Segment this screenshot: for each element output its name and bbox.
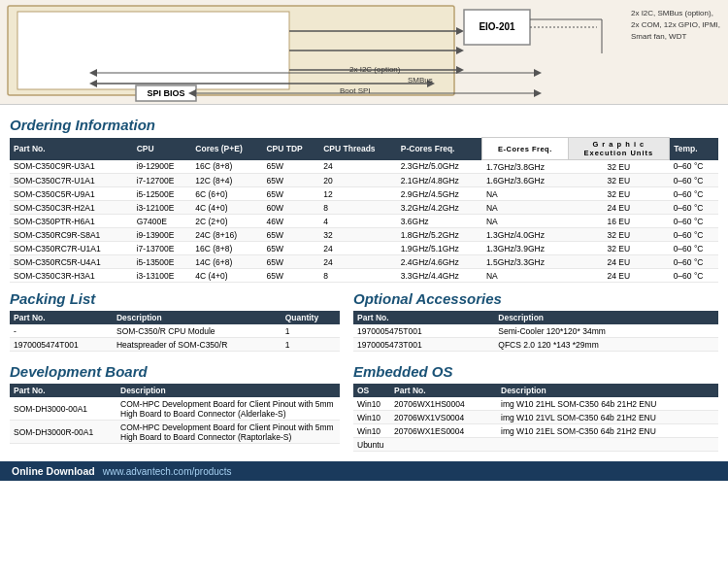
ordering-col-cores: Cores (P+E): [191, 138, 262, 160]
ordering-cell: 1.8GHz/5.2GHz: [397, 228, 482, 242]
os-cell: [390, 438, 497, 452]
ordering-cell: SOM-C350C9R-U3A1: [10, 160, 133, 174]
ordering-cell: SOM-C350C3R-H2A1: [10, 201, 133, 215]
ordering-cell: 65W: [262, 242, 319, 255]
ordering-cell: 65W: [262, 174, 319, 187]
optional-cell: QFCS 2.0 120 *143 *29mm: [494, 338, 718, 352]
embeddedos-heading: Embedded OS: [353, 363, 718, 380]
ordering-row: SOM-C350C7R-U1A1i7-12700E12C (8+4)65W202…: [10, 174, 718, 187]
ordering-cell: 24 EU: [568, 269, 670, 283]
footer-bar: Online Download www.advantech.com/produc…: [0, 461, 728, 481]
ordering-cell: 2.1GHz/4.8GHz: [397, 174, 482, 187]
packing-table: Part No. Description Quantity -SOM-C350/…: [10, 311, 340, 352]
optional-section: Optional Accessories Part No. Descriptio…: [353, 285, 718, 354]
ordering-cell: i7-12700E: [133, 174, 192, 187]
ordering-cell: i5-12500E: [133, 187, 192, 201]
os-col-desc: Description: [497, 384, 718, 397]
ordering-cell: 12C (8+4): [191, 174, 262, 187]
ordering-cell: 12: [319, 187, 397, 201]
ordering-cell: 1.3GHz/4.0GHz: [482, 228, 568, 242]
packing-col-qty: Quantity: [281, 311, 340, 324]
ordering-cell: SOM-C350C5R-U9A1: [10, 187, 133, 201]
ordering-cell: SOM-C350RC7R-U1A1: [10, 242, 133, 255]
optional-table: Part No. Description 1970005475T001Semi-…: [353, 311, 718, 352]
ordering-cell: 1.7GHz/3.8GHz: [482, 160, 568, 174]
ordering-col-threads: CPU Threads: [319, 138, 397, 160]
ordering-col-efreq: E-Cores Freq.: [482, 138, 568, 160]
packing-cell: -: [10, 324, 113, 338]
os-cell: [497, 438, 718, 452]
svg-marker-15: [534, 69, 542, 77]
ordering-row: SOM-C350RC7R-U1A1i7-13700E16C (8+8)65W24…: [10, 242, 718, 255]
ordering-cell: 3.6GHz: [397, 215, 482, 228]
ordering-cell: 60W: [262, 201, 319, 215]
os-row: Win1020706WX1VS0004img W10 21VL SOM-C350…: [353, 411, 718, 424]
ordering-cell: 65W: [262, 228, 319, 242]
svg-text:EIO-201: EIO-201: [479, 21, 515, 32]
ordering-cell: i3-12100E: [133, 201, 192, 215]
devboard-table: Part No. Description SOM-DH3000-00A1COM-…: [10, 384, 340, 444]
two-col-packing-optional: Packing List Part No. Description Quanti…: [10, 285, 718, 354]
packing-col-partno: Part No.: [10, 311, 113, 324]
ordering-cell: SOM-C350PTR-H6A1: [10, 215, 133, 228]
ordering-cell: 2.4GHz/4.6GHz: [397, 255, 482, 269]
ordering-cell: 6C (6+0): [191, 187, 262, 201]
optional-col-desc: Description: [494, 311, 718, 324]
os-cell: img W10 21EL SOM-C350 64b 21H2 ENU: [497, 424, 718, 438]
devboard-heading: Development Board: [10, 363, 340, 380]
ordering-cell: 0–60 °C: [670, 174, 718, 187]
packing-cell: 1: [281, 338, 340, 352]
ordering-cell: 24: [319, 160, 397, 174]
optional-row: 1970005473T001QFCS 2.0 120 *143 *29mm: [353, 338, 718, 352]
ordering-row: SOM-C350C9R-U3A1i9-12900E16C (8+8)65W242…: [10, 160, 718, 174]
os-row: Win1020706WX1HS0004img W10 21HL SOM-C350…: [353, 397, 718, 411]
ordering-cell: 0–60 °C: [670, 255, 718, 269]
ordering-cell: 14C (6+8): [191, 255, 262, 269]
footer-label: Online Download: [12, 465, 95, 477]
eio-right-labels: 2x I2C, SMBus (option), 2x COM, 12x GPIO…: [631, 8, 720, 43]
ordering-cell: 2.9GHz/4.5GHz: [397, 187, 482, 201]
ordering-cell: 8: [319, 201, 397, 215]
packing-cell: Heatspreader of SOM-C350/R: [113, 338, 281, 352]
os-cell: 20706WX1HS0004: [390, 397, 497, 411]
ordering-cell: 1.3GHz/3.9GHz: [482, 242, 568, 255]
ordering-cell: 16C (8+8): [191, 160, 262, 174]
embeddedos-section: Embedded OS OS Part No. Description Win1…: [353, 357, 718, 454]
ordering-cell: G7400E: [133, 215, 192, 228]
os-row: Win1020706WX1ES0004img W10 21EL SOM-C350…: [353, 424, 718, 438]
os-col-partno: Part No.: [390, 384, 497, 397]
ordering-cell: 3.2GHz/4.2GHz: [397, 201, 482, 215]
optional-cell: Semi-Cooler 120*120* 34mm: [494, 324, 718, 338]
svg-rect-1: [17, 12, 289, 89]
ordering-cell: 8: [319, 269, 397, 283]
ordering-cell: 32 EU: [568, 187, 670, 201]
ordering-cell: 24 EU: [568, 201, 670, 215]
ordering-cell: SOM-C350C7R-U1A1: [10, 174, 133, 187]
ordering-cell: 20: [319, 174, 397, 187]
os-cell: 20706WX1ES0004: [390, 424, 497, 438]
ordering-table: Part No. CPU Cores (P+E) CPU TDP CPU Thr…: [10, 137, 718, 283]
ordering-cell: NA: [482, 187, 568, 201]
ordering-row: SOM-C350RC5R-U4A1i5-13500E14C (6+8)65W24…: [10, 255, 718, 269]
ordering-cell: 24: [319, 255, 397, 269]
ordering-cell: 16 EU: [568, 215, 670, 228]
ordering-col-partno: Part No.: [10, 138, 133, 160]
ordering-row: SOM-C350PTR-H6A1G7400E2C (2+0)46W43.6GHz…: [10, 215, 718, 228]
packing-cell: SOM-C350/R CPU Module: [113, 324, 281, 338]
ordering-cell: 32 EU: [568, 160, 670, 174]
ordering-row: SOM-C350RC9R-S8A1i9-13900E24C (8+16)65W3…: [10, 228, 718, 242]
ordering-cell: 32 EU: [568, 228, 670, 242]
devboard-col-partno: Part No.: [10, 384, 116, 397]
ordering-cell: 24 EU: [568, 255, 670, 269]
ordering-cell: SOM-C350RC9R-S8A1: [10, 228, 133, 242]
ordering-cell: SOM-C350RC5R-U4A1: [10, 255, 133, 269]
os-cell: img W10 21HL SOM-C350 64b 21H2 ENU: [497, 397, 718, 411]
svg-marker-3: [456, 27, 464, 35]
ordering-cell: 32: [319, 228, 397, 242]
devboard-cell: SOM-DH3000R-00A1: [10, 421, 116, 444]
svg-marker-23: [534, 89, 542, 97]
ordering-cell: 4C (4+0): [191, 201, 262, 215]
devboard-section: Development Board Part No. Description S…: [10, 357, 340, 454]
optional-col-partno: Part No.: [353, 311, 494, 324]
footer-url: www.advantech.com/products: [103, 466, 232, 477]
